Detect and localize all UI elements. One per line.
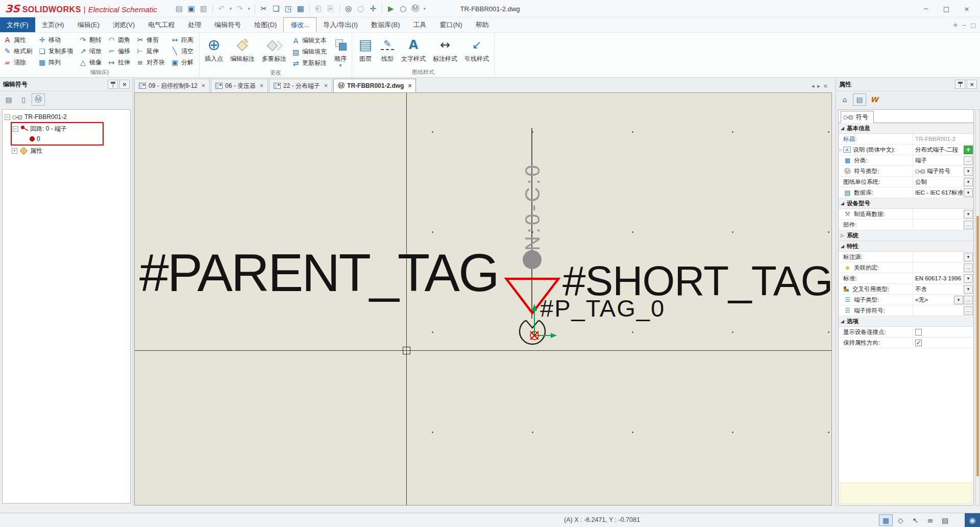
property-value[interactable]: 公制 — [913, 177, 963, 187]
menu-tab-h[interactable]: 主页(H) — [35, 17, 71, 32]
section-header-基本信息[interactable]: ◢基本信息 — [839, 123, 973, 134]
menu-tab-b[interactable]: 数据库(B) — [364, 17, 406, 32]
undo-caret-icon[interactable]: ▾ — [228, 3, 233, 15]
close-icon[interactable]: × — [119, 80, 130, 89]
tree-item-属性[interactable]: +属性 — [4, 146, 129, 156]
dropdown-button[interactable]: ▾ — [964, 210, 973, 219]
menu-tab-f[interactable]: 文件(F) — [0, 17, 35, 32]
checkbox-checked[interactable]: ✓ — [915, 340, 922, 346]
add-description-button[interactable]: + — [964, 146, 973, 154]
ribbon-button-缩放[interactable]: ↗缩放 — [78, 46, 105, 57]
ribbon-options-icon[interactable]: ✛ — [953, 22, 958, 29]
property-value[interactable] — [913, 220, 963, 230]
pan-icon[interactable]: ✛ — [368, 3, 379, 15]
properties-form-icon[interactable]: ▤ — [853, 93, 866, 106]
redo-icon[interactable]: ↷ — [234, 3, 246, 15]
ribbon-button-编辑文本[interactable]: A编辑文本 — [290, 35, 330, 46]
property-value[interactable]: ✓ — [913, 338, 972, 348]
dropdown-button[interactable]: ▾ — [954, 296, 963, 304]
annotation-monitor-button[interactable]: ▤ — [938, 514, 952, 526]
property-value[interactable]: 端子 — [913, 155, 963, 165]
dropdown-button[interactable]: ▾ — [964, 285, 973, 294]
zoom-icon[interactable]: ◎ — [343, 3, 354, 15]
document-tab-06变压器[interactable]: 06 - 变压器× — [211, 79, 268, 92]
ribbon-expand-icon[interactable]: □ — [971, 22, 976, 29]
property-value[interactable] — [913, 305, 963, 316]
minimize-button[interactable]: ─ — [916, 2, 936, 16]
tab-close-icon[interactable]: × — [408, 82, 411, 89]
print-icon[interactable]: ▥ — [198, 3, 209, 15]
tree-expander-icon[interactable]: − — [13, 126, 18, 132]
maximize-button[interactable]: □ — [936, 2, 957, 16]
menu-tab-[interactable]: 电气工程 — [141, 17, 181, 32]
resource-center-badge[interactable]: ◉ — [965, 513, 980, 527]
menu-tab-[interactable]: 修改... — [283, 17, 316, 32]
scrollbar-thumb[interactable] — [976, 216, 979, 476]
menu-tab-[interactable]: 工具 — [406, 17, 433, 32]
pin-icon[interactable] — [955, 80, 965, 89]
cursor-mode-button[interactable]: ↖ — [909, 514, 922, 526]
home-icon[interactable]: ⌂ — [838, 93, 851, 106]
tab-close-icon[interactable]: × — [823, 83, 828, 89]
ribbon-button-复制多项[interactable]: ❏复制多项 — [37, 46, 77, 57]
ribbon-minimize-icon[interactable]: − — [962, 22, 966, 29]
ribbon-button-标注样式[interactable]: ↔标注样式 — [430, 34, 460, 63]
macro-run-icon[interactable]: ▶ — [385, 3, 397, 15]
property-value[interactable] — [913, 252, 963, 262]
browse-button[interactable]: … — [964, 264, 973, 272]
ribbon-button-插入点[interactable]: ⊕插入点 — [202, 34, 226, 68]
terminal-notch[interactable] — [526, 320, 539, 328]
ribbon-button-阵列[interactable]: ▦阵列 — [37, 57, 77, 68]
browse-button[interactable]: … — [964, 296, 973, 304]
ribbon-button-图层[interactable]: ▤图层 — [354, 34, 377, 63]
menu-tab-v[interactable]: 浏览(V) — [106, 17, 141, 32]
property-value[interactable] — [913, 209, 963, 219]
save-icon[interactable]: ▣ — [186, 3, 197, 15]
menu-tab-i[interactable]: 导入/导出(I) — [316, 17, 364, 32]
copy-options-icon[interactable]: ◳ — [283, 3, 294, 15]
section-header-系统[interactable]: ▷系统 — [839, 230, 973, 241]
ribbon-button-引线样式[interactable]: ↙引线样式 — [461, 34, 492, 63]
menu-tab-d[interactable]: 绘图(D) — [248, 17, 283, 32]
tree-expander-icon[interactable]: − — [5, 114, 10, 120]
ribbon-button-清空[interactable]: ╲清空 — [169, 46, 197, 57]
tab-scroll-left-icon[interactable]: ◂ — [812, 83, 815, 89]
copy-icon[interactable]: ❏ — [271, 3, 282, 15]
ribbon-button-编辑标注[interactable]: 编辑标注 — [227, 34, 258, 68]
symbol-mode-button[interactable]: Ⓜ — [32, 93, 45, 106]
browse-button[interactable]: … — [964, 221, 973, 229]
tab-close-icon[interactable]: × — [202, 82, 205, 89]
page-forward-icon[interactable]: ⎘ — [325, 3, 336, 15]
tab-close-icon[interactable]: × — [260, 82, 263, 89]
tree-expander-icon[interactable]: + — [12, 148, 17, 154]
property-value[interactable] — [913, 262, 963, 273]
ribbon-button-移动[interactable]: ✛移动 — [37, 35, 77, 45]
section-header-设备型号[interactable]: ◢设备型号 — [839, 198, 973, 209]
tree-item-回路0端子[interactable]: −回路: 0 - 端子 — [13, 124, 102, 134]
close-icon[interactable]: × — [967, 80, 977, 89]
browse-button[interactable]: … — [964, 306, 973, 315]
tab-close-icon[interactable]: × — [324, 82, 328, 89]
clean-screen-button[interactable]: ◇ — [894, 514, 908, 526]
menu-tab-[interactable]: 编辑符号 — [208, 17, 248, 32]
ribbon-button-圆角[interactable]: ◠圆角 — [106, 35, 134, 45]
connection-point-label[interactable]: N:0-C:0 — [522, 142, 543, 251]
draw-order-button[interactable]: ≡ — [923, 514, 937, 526]
property-value[interactable] — [913, 327, 972, 337]
tree-item-TRFBBR0012[interactable]: −TR-FBBR001-2 — [4, 112, 129, 122]
ribbon-button-多重标注[interactable]: 多重标注 — [259, 34, 289, 68]
undo-icon[interactable]: ↶ — [216, 3, 227, 15]
tab-scroll-right-icon[interactable]: ▸ — [817, 83, 820, 89]
ribbon-button-拉伸[interactable]: ↦拉伸 — [106, 57, 134, 68]
menu-tab-[interactable]: 处理 — [181, 17, 208, 32]
property-value[interactable]: <无> — [913, 295, 953, 305]
title-block-mode-button[interactable]: ▤ — [2, 93, 15, 106]
section-header-选项[interactable]: ◢选项 — [839, 316, 973, 327]
ribbon-button-格式刷[interactable]: ✎格式刷 — [2, 46, 36, 57]
dropdown-button[interactable]: ▾ — [964, 253, 973, 261]
section-header-特性[interactable]: ◢特性 — [839, 241, 973, 252]
ribbon-button-清除[interactable]: ▰清除 — [2, 57, 36, 68]
new-document-icon[interactable]: ▤ — [174, 3, 185, 15]
ribbon-button-线型[interactable]: ✎线型 — [378, 34, 397, 63]
ribbon-button-属性[interactable]: A属性 — [2, 35, 36, 45]
